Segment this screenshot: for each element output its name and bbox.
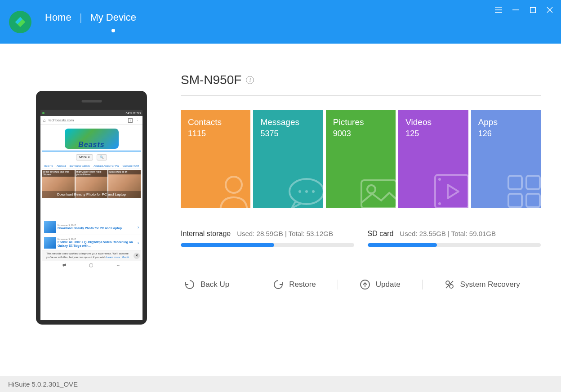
videos-icon: [432, 171, 468, 208]
sd-storage: SD card Used: 23.55GB | Total: 59.01GB: [368, 230, 541, 247]
site-menu-row: Menu ▾ 🔍: [42, 151, 141, 163]
article-list: November 9, 2017 Download Beauty Photo f…: [42, 219, 141, 251]
tile-label: Pictures: [333, 117, 388, 127]
thumb-overlay-title: Download Beauty Photo for PC and Laptop: [42, 191, 141, 198]
tile-label: Videos: [405, 117, 461, 127]
window-controls: [494, 5, 554, 14]
svg-rect-18: [526, 176, 540, 189]
thumbnail-row: et this fun photo ditor with Stickers Hi…: [42, 170, 141, 198]
separator: [422, 280, 423, 290]
recovery-icon: [444, 279, 455, 290]
restore-button[interactable]: Restore: [269, 279, 320, 290]
home-icon: ⌂: [43, 118, 46, 123]
search-button: 🔍: [97, 154, 107, 160]
site-nav-item: Samsung Galaxy: [70, 165, 90, 167]
menu-icon[interactable]: [494, 5, 503, 14]
app-logo: [9, 11, 31, 33]
svg-point-11: [312, 190, 315, 193]
tile-pictures[interactable]: Pictures 9003: [326, 110, 396, 208]
storage-fill-internal: [181, 243, 274, 247]
article-thumb: [44, 221, 56, 233]
restore-icon: [273, 279, 284, 290]
svg-point-7: [226, 177, 242, 193]
status-right: 54% 09:53: [126, 111, 141, 115]
site-nav-item: Android: [57, 165, 66, 167]
contacts-icon: [214, 171, 250, 208]
backup-button[interactable]: Back Up: [181, 279, 233, 290]
internal-storage: Internal storage Used: 28.59GB | Total: …: [181, 230, 354, 247]
svg-rect-17: [508, 176, 522, 189]
svg-point-10: [305, 190, 308, 193]
site-logo-area: Beasts: [42, 127, 141, 151]
svg-point-15: [438, 178, 441, 181]
messages-icon: [286, 176, 323, 208]
nav-my-device[interactable]: My Device: [90, 12, 136, 32]
storage-label: Internal storage: [181, 230, 231, 238]
tab-count: 1: [128, 118, 133, 123]
phone-preview: 54% 09:53 ⌂ techbeasts.com 1 ⋮ Beasts Me…: [36, 91, 147, 325]
svg-point-9: [298, 190, 301, 193]
maximize-button[interactable]: [528, 5, 537, 14]
close-button[interactable]: [545, 5, 554, 14]
separator: [251, 280, 251, 290]
article-item: November 9, 2017 Enable 4K HDR + QHD@60f…: [42, 235, 141, 251]
back-icon: ←: [116, 263, 120, 267]
phone-url-bar: ⌂ techbeasts.com 1 ⋮: [40, 116, 142, 125]
svg-point-16: [438, 202, 441, 205]
phone-speaker: [81, 100, 102, 102]
svg-rect-20: [526, 194, 540, 207]
actions-row: Back Up Restore Update System Recovery: [181, 279, 541, 290]
pictures-icon: [359, 176, 396, 208]
cookie-notice: This website uses cookies to improve you…: [42, 251, 141, 261]
tile-label: Contacts: [188, 117, 243, 127]
site-nav-item: How To: [44, 165, 53, 167]
status-dot-icon: [42, 112, 45, 114]
site-logo: Beasts: [65, 129, 119, 149]
site-nav-item: Android Apps For PC: [94, 165, 119, 167]
storage-fill-sd: [368, 243, 437, 247]
recent-icon: ⇄: [62, 263, 66, 267]
menu-button: Menu ▾: [76, 154, 93, 160]
tile-count: 1115: [188, 129, 243, 138]
info-icon[interactable]: i: [246, 76, 254, 84]
phone-screen: 54% 09:53 ⌂ techbeasts.com 1 ⋮ Beasts Me…: [40, 110, 142, 320]
chevron-right-icon: ›: [138, 225, 139, 230]
storage-stats: Used: 28.59GB | Total: 53.12GB: [237, 230, 333, 237]
tile-messages[interactable]: Messages 5375: [253, 110, 323, 208]
tile-contacts[interactable]: Contacts 1115: [181, 110, 250, 208]
main-content: 54% 09:53 ⌂ techbeasts.com 1 ⋮ Beasts Me…: [0, 44, 561, 376]
apps-icon: [504, 171, 541, 208]
app-header: Home | My Device: [0, 0, 561, 44]
footer-bar: HiSuite 5.0.2.301_OVE: [0, 376, 561, 392]
tile-count: 125: [405, 129, 461, 138]
tile-apps[interactable]: Apps 126: [471, 110, 541, 208]
nav-home[interactable]: Home: [45, 12, 71, 32]
article-text: November 9, 2017 Enable 4K HDR + QHD@60f…: [58, 238, 136, 248]
device-panel: SM-N950F i Contacts 1115 Messages 5375 P…: [181, 62, 541, 376]
device-name: SM-N950F: [181, 73, 241, 87]
storage-bar: [181, 243, 354, 247]
storage-bar: [368, 243, 541, 247]
svg-point-23: [450, 285, 453, 288]
article-text: November 9, 2017 Download Beauty Photo f…: [58, 224, 136, 230]
site-nav: How To Android Samsung Galaxy Android Ap…: [42, 163, 141, 169]
svg-rect-4: [530, 7, 535, 13]
article-thumb: [44, 237, 56, 249]
tile-label: Apps: [478, 117, 534, 127]
version-label: HiSuite 5.0.2.301_OVE: [8, 380, 78, 388]
svg-point-22: [446, 281, 450, 285]
storage-label: SD card: [368, 230, 394, 238]
site-nav-item: Custom ROM: [123, 165, 139, 167]
tile-count: 126: [478, 129, 534, 138]
close-icon: ✕: [134, 253, 140, 259]
site-content: Beasts Menu ▾ 🔍 How To Android Samsung G…: [40, 125, 142, 271]
update-button[interactable]: Update: [356, 279, 404, 290]
tile-count: 9003: [333, 129, 388, 138]
phone-bottom-nav: ⇄ ▢ ←: [42, 261, 141, 269]
kebab-icon: ⋮: [135, 118, 140, 123]
category-tiles: Contacts 1115 Messages 5375 Pictures 900…: [181, 110, 541, 208]
minimize-button[interactable]: [511, 5, 520, 14]
system-recovery-button[interactable]: System Recovery: [441, 279, 524, 290]
tile-videos[interactable]: Videos 125: [398, 110, 468, 208]
nav-tabs: Home | My Device: [45, 12, 136, 32]
